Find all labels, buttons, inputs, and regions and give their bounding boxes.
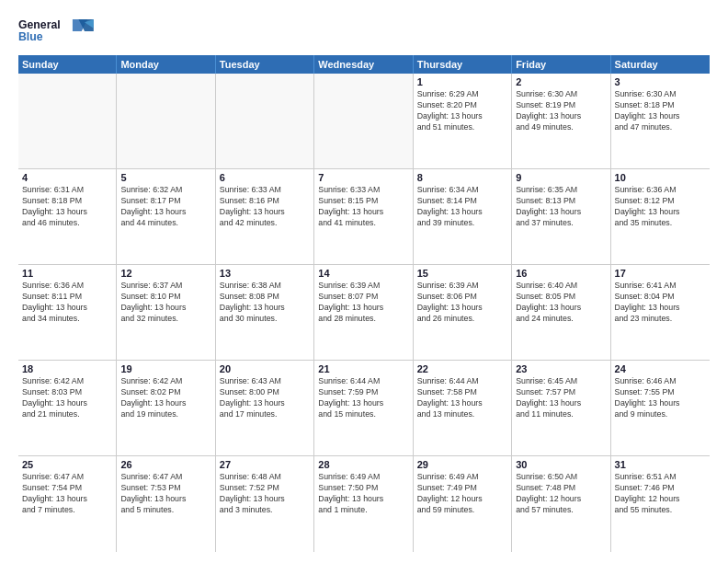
day-cell-6: 6Sunrise: 6:33 AM Sunset: 8:16 PM Daylig… xyxy=(216,169,314,264)
day-number: 28 xyxy=(318,459,408,470)
day-number: 17 xyxy=(615,268,706,279)
day-number: 2 xyxy=(516,76,606,87)
day-info: Sunrise: 6:30 AM Sunset: 8:19 PM Dayligh… xyxy=(516,89,606,133)
day-cell-29: 29Sunrise: 6:49 AM Sunset: 7:49 PM Dayli… xyxy=(414,456,512,552)
day-info: Sunrise: 6:49 AM Sunset: 7:49 PM Dayligh… xyxy=(417,472,507,516)
empty-cell xyxy=(314,74,413,168)
day-info: Sunrise: 6:46 AM Sunset: 7:55 PM Dayligh… xyxy=(615,376,706,420)
day-cell-12: 12Sunrise: 6:37 AM Sunset: 8:10 PM Dayli… xyxy=(117,265,215,360)
day-info: Sunrise: 6:47 AM Sunset: 7:54 PM Dayligh… xyxy=(22,472,112,516)
day-info: Sunrise: 6:35 AM Sunset: 8:13 PM Dayligh… xyxy=(516,185,606,229)
day-info: Sunrise: 6:50 AM Sunset: 7:48 PM Dayligh… xyxy=(516,472,606,516)
day-number: 23 xyxy=(516,363,606,374)
day-info: Sunrise: 6:39 AM Sunset: 8:07 PM Dayligh… xyxy=(318,281,408,325)
week-row-1: 1Sunrise: 6:29 AM Sunset: 8:20 PM Daylig… xyxy=(18,74,710,169)
day-cell-30: 30Sunrise: 6:50 AM Sunset: 7:48 PM Dayli… xyxy=(512,456,610,552)
day-cell-24: 24Sunrise: 6:46 AM Sunset: 7:55 PM Dayli… xyxy=(611,361,710,455)
day-cell-14: 14Sunrise: 6:39 AM Sunset: 8:07 PM Dayli… xyxy=(314,265,413,360)
day-number: 14 xyxy=(318,268,408,279)
day-info: Sunrise: 6:38 AM Sunset: 8:08 PM Dayligh… xyxy=(220,281,310,325)
day-cell-21: 21Sunrise: 6:44 AM Sunset: 7:59 PM Dayli… xyxy=(314,361,413,455)
day-cell-4: 4Sunrise: 6:31 AM Sunset: 8:18 PM Daylig… xyxy=(18,169,117,264)
day-info: Sunrise: 6:29 AM Sunset: 8:20 PM Dayligh… xyxy=(417,89,507,133)
header-day-monday: Monday xyxy=(117,55,215,74)
day-info: Sunrise: 6:34 AM Sunset: 8:14 PM Dayligh… xyxy=(417,185,507,229)
day-cell-18: 18Sunrise: 6:42 AM Sunset: 8:03 PM Dayli… xyxy=(18,361,117,455)
day-info: Sunrise: 6:47 AM Sunset: 7:53 PM Dayligh… xyxy=(120,472,210,516)
day-cell-28: 28Sunrise: 6:49 AM Sunset: 7:50 PM Dayli… xyxy=(314,456,413,552)
day-number: 26 xyxy=(120,459,210,470)
day-info: Sunrise: 6:44 AM Sunset: 7:58 PM Dayligh… xyxy=(417,376,507,420)
day-cell-27: 27Sunrise: 6:48 AM Sunset: 7:52 PM Dayli… xyxy=(216,456,314,552)
day-cell-7: 7Sunrise: 6:33 AM Sunset: 8:15 PM Daylig… xyxy=(314,169,413,264)
day-number: 24 xyxy=(615,363,706,374)
day-cell-9: 9Sunrise: 6:35 AM Sunset: 8:13 PM Daylig… xyxy=(512,169,610,264)
day-cell-3: 3Sunrise: 6:30 AM Sunset: 8:18 PM Daylig… xyxy=(611,74,710,168)
day-number: 30 xyxy=(516,459,606,470)
day-cell-2: 2Sunrise: 6:30 AM Sunset: 8:19 PM Daylig… xyxy=(512,74,610,168)
header-day-tuesday: Tuesday xyxy=(216,55,314,74)
header-day-wednesday: Wednesday xyxy=(314,55,413,74)
day-info: Sunrise: 6:33 AM Sunset: 8:16 PM Dayligh… xyxy=(220,185,310,229)
day-cell-25: 25Sunrise: 6:47 AM Sunset: 7:54 PM Dayli… xyxy=(18,456,117,552)
empty-cell xyxy=(117,74,215,168)
day-cell-10: 10Sunrise: 6:36 AM Sunset: 8:12 PM Dayli… xyxy=(611,169,710,264)
day-number: 3 xyxy=(615,76,706,87)
day-cell-8: 8Sunrise: 6:34 AM Sunset: 8:14 PM Daylig… xyxy=(414,169,512,264)
day-cell-22: 22Sunrise: 6:44 AM Sunset: 7:58 PM Dayli… xyxy=(414,361,512,455)
day-number: 27 xyxy=(220,459,310,470)
day-cell-13: 13Sunrise: 6:38 AM Sunset: 8:08 PM Dayli… xyxy=(216,265,314,360)
day-number: 11 xyxy=(22,268,112,279)
day-info: Sunrise: 6:32 AM Sunset: 8:17 PM Dayligh… xyxy=(120,185,210,229)
day-cell-15: 15Sunrise: 6:39 AM Sunset: 8:06 PM Dayli… xyxy=(414,265,512,360)
day-number: 20 xyxy=(220,363,310,374)
day-info: Sunrise: 6:44 AM Sunset: 7:59 PM Dayligh… xyxy=(318,376,408,420)
day-cell-23: 23Sunrise: 6:45 AM Sunset: 7:57 PM Dayli… xyxy=(512,361,610,455)
day-number: 10 xyxy=(615,172,706,183)
day-cell-26: 26Sunrise: 6:47 AM Sunset: 7:53 PM Dayli… xyxy=(117,456,215,552)
day-cell-5: 5Sunrise: 6:32 AM Sunset: 8:17 PM Daylig… xyxy=(117,169,215,264)
header-day-friday: Friday xyxy=(512,55,610,74)
header: General Blue xyxy=(18,15,710,48)
day-info: Sunrise: 6:43 AM Sunset: 8:00 PM Dayligh… xyxy=(220,376,310,420)
header-day-saturday: Saturday xyxy=(611,55,710,74)
day-number: 31 xyxy=(615,459,706,470)
day-number: 8 xyxy=(417,172,507,183)
svg-text:General: General xyxy=(18,18,61,31)
day-info: Sunrise: 6:42 AM Sunset: 8:02 PM Dayligh… xyxy=(120,376,210,420)
week-row-2: 4Sunrise: 6:31 AM Sunset: 8:18 PM Daylig… xyxy=(18,169,710,265)
day-info: Sunrise: 6:40 AM Sunset: 8:05 PM Dayligh… xyxy=(516,281,606,325)
day-number: 1 xyxy=(417,76,507,87)
svg-text:Blue: Blue xyxy=(18,30,43,43)
day-info: Sunrise: 6:33 AM Sunset: 8:15 PM Dayligh… xyxy=(318,185,408,229)
day-number: 16 xyxy=(516,268,606,279)
week-row-3: 11Sunrise: 6:36 AM Sunset: 8:11 PM Dayli… xyxy=(18,265,710,361)
day-info: Sunrise: 6:30 AM Sunset: 8:18 PM Dayligh… xyxy=(615,89,706,133)
day-cell-31: 31Sunrise: 6:51 AM Sunset: 7:46 PM Dayli… xyxy=(611,456,710,552)
day-info: Sunrise: 6:48 AM Sunset: 7:52 PM Dayligh… xyxy=(220,472,310,516)
day-number: 22 xyxy=(417,363,507,374)
empty-cell xyxy=(216,74,314,168)
calendar-header: SundayMondayTuesdayWednesdayThursdayFrid… xyxy=(18,55,710,74)
day-cell-1: 1Sunrise: 6:29 AM Sunset: 8:20 PM Daylig… xyxy=(414,74,512,168)
day-number: 5 xyxy=(120,172,210,183)
page: General Blue SundayMondayTuesdayWednesda… xyxy=(0,0,728,563)
logo-icon: General Blue xyxy=(18,15,101,48)
day-number: 29 xyxy=(417,459,507,470)
day-info: Sunrise: 6:39 AM Sunset: 8:06 PM Dayligh… xyxy=(417,281,507,325)
day-number: 7 xyxy=(318,172,408,183)
day-number: 25 xyxy=(22,459,112,470)
empty-cell xyxy=(18,74,117,168)
day-number: 4 xyxy=(22,172,112,183)
day-number: 21 xyxy=(318,363,408,374)
calendar-body: 1Sunrise: 6:29 AM Sunset: 8:20 PM Daylig… xyxy=(18,74,710,552)
calendar: SundayMondayTuesdayWednesdayThursdayFrid… xyxy=(18,55,710,552)
day-info: Sunrise: 6:49 AM Sunset: 7:50 PM Dayligh… xyxy=(318,472,408,516)
week-row-5: 25Sunrise: 6:47 AM Sunset: 7:54 PM Dayli… xyxy=(18,456,710,552)
day-info: Sunrise: 6:41 AM Sunset: 8:04 PM Dayligh… xyxy=(615,281,706,325)
header-day-sunday: Sunday xyxy=(18,55,117,74)
logo: General Blue xyxy=(18,15,101,48)
day-info: Sunrise: 6:36 AM Sunset: 8:11 PM Dayligh… xyxy=(22,281,112,325)
day-number: 6 xyxy=(220,172,310,183)
day-number: 19 xyxy=(120,363,210,374)
